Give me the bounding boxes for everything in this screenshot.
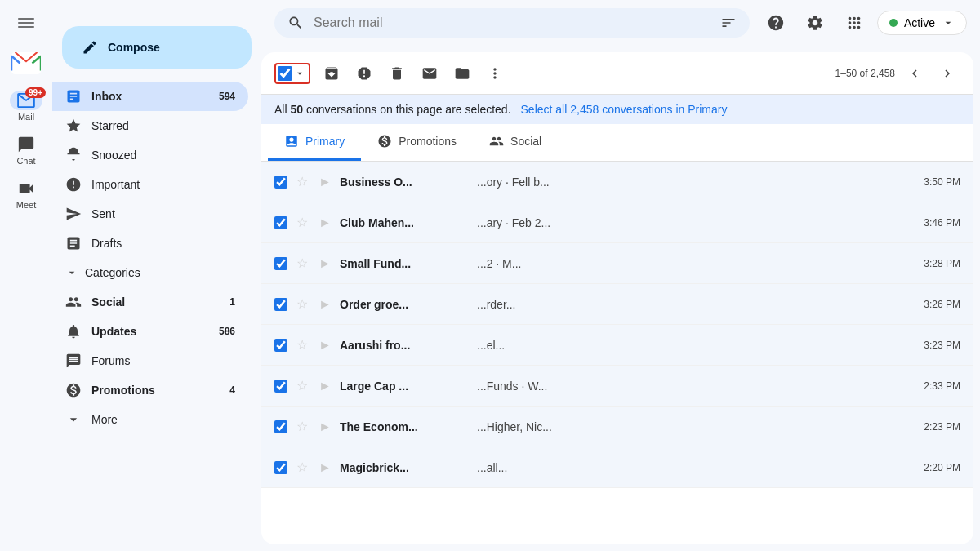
important-button[interactable]: ► [317, 296, 333, 313]
select-all-link[interactable]: Select all 2,458 conversations in Primar… [521, 103, 728, 116]
star-button[interactable]: ☆ [294, 378, 310, 394]
compose-button[interactable]: Compose [62, 26, 252, 69]
categories-header[interactable]: Categories [52, 258, 261, 287]
mail-nav-item[interactable]: 99+ Mail [0, 84, 52, 128]
email-checkbox[interactable] [274, 298, 287, 311]
search-box[interactable] [274, 8, 750, 38]
star-button[interactable]: ☆ [294, 256, 310, 272]
svg-rect-1 [18, 22, 34, 24]
sidebar: Compose Inbox 594 Starred Snoozed Import… [52, 0, 261, 551]
search-options-icon[interactable] [720, 15, 737, 31]
sidebar-item-forums[interactable]: Forums [52, 346, 248, 375]
active-dropdown-icon [942, 16, 955, 29]
select-all-checkbox[interactable] [278, 66, 292, 81]
sidebar-item-drafts[interactable]: Drafts [52, 229, 248, 258]
star-button[interactable]: ☆ [294, 460, 310, 476]
more-options-button[interactable] [480, 59, 510, 88]
email-subject: ...el... [477, 339, 917, 352]
email-sender: Magicbrick... [340, 461, 470, 474]
meet-nav-item[interactable]: Meet [0, 172, 52, 216]
next-page-button[interactable] [934, 60, 960, 87]
email-sender: Aarushi fro... [340, 339, 470, 352]
left-icon-nav: 99+ Mail Chat Meet [0, 0, 52, 551]
checkbox-dropdown[interactable] [278, 66, 307, 81]
apps-button[interactable] [838, 7, 871, 39]
email-sender: Small Fund... [340, 257, 470, 270]
primary-tab-icon [284, 134, 299, 149]
mail-label: Mail [18, 112, 34, 122]
top-right-actions: Active [760, 7, 967, 39]
email-toolbar: 1–50 of 2,458 [261, 52, 973, 95]
important-button[interactable]: ► [317, 337, 333, 353]
table-row[interactable]: ☆ ► Aarushi fro... ...el... 3:23 PM [261, 325, 973, 366]
important-button[interactable]: ► [317, 215, 333, 231]
email-checkbox[interactable] [274, 420, 287, 433]
sidebar-item-inbox[interactable]: Inbox 594 [52, 82, 248, 111]
search-input[interactable] [314, 16, 710, 30]
email-sender: The Econom... [340, 420, 470, 433]
sidebar-item-social[interactable]: Social 1 [52, 287, 248, 317]
more-label: More [91, 413, 235, 426]
checkbox-dropdown-arrow[interactable] [292, 66, 307, 81]
star-button[interactable]: ☆ [294, 337, 310, 353]
hamburger-menu-button[interactable] [0, 7, 52, 39]
move-to-button[interactable] [448, 59, 477, 88]
active-status-badge[interactable]: Active [877, 11, 967, 35]
selected-count: 50 [290, 103, 303, 116]
email-subject: ...ory · Fell b... [477, 176, 917, 189]
starred-label: Starred [91, 119, 235, 132]
tab-social[interactable]: Social [473, 124, 558, 161]
sidebar-item-more[interactable]: More [52, 405, 248, 434]
report-spam-button[interactable] [350, 59, 379, 88]
email-checkbox[interactable] [274, 216, 287, 229]
email-checkbox[interactable] [274, 257, 287, 270]
archive-button[interactable] [317, 59, 346, 88]
star-button[interactable]: ☆ [294, 174, 310, 190]
table-row[interactable]: ☆ ► Order groe... ...rder... 3:26 PM [261, 284, 973, 325]
email-checkbox[interactable] [274, 339, 287, 352]
table-row[interactable]: ☆ ► Club Mahen... ...ary · Feb 2... 3:46… [261, 202, 973, 243]
email-checkbox[interactable] [274, 176, 287, 189]
help-button[interactable] [760, 7, 792, 39]
star-button[interactable]: ☆ [294, 419, 310, 435]
svg-rect-0 [18, 18, 34, 20]
updates-count: 586 [219, 326, 235, 337]
prev-page-button[interactable] [902, 60, 928, 87]
email-list: ☆ ► Business O... ...ory · Fell b... 3:5… [261, 162, 973, 544]
important-button[interactable]: ► [317, 256, 333, 272]
sidebar-item-snoozed[interactable]: Snoozed [52, 140, 248, 170]
email-subject: ...ary · Feb 2... [477, 216, 917, 229]
important-button[interactable]: ► [317, 378, 333, 394]
select-all-checkbox-wrapper[interactable] [274, 63, 310, 84]
sidebar-item-starred[interactable]: Starred [52, 111, 248, 140]
email-time: 3:23 PM [924, 340, 960, 351]
social-count: 1 [229, 296, 235, 308]
email-subject: ...Higher, Nic... [477, 420, 917, 433]
table-row[interactable]: ☆ ► Small Fund... ...2 · M... 3:28 PM [261, 243, 973, 284]
email-checkbox[interactable] [274, 380, 287, 393]
important-button[interactable]: ► [317, 419, 333, 435]
settings-button[interactable] [799, 7, 831, 39]
chat-nav-item[interactable]: Chat [0, 128, 52, 172]
email-tabs: Primary Promotions Social [261, 124, 973, 162]
table-row[interactable]: ☆ ► Large Cap ... ...Funds · W... 2:33 P… [261, 366, 973, 407]
sidebar-item-sent[interactable]: Sent [52, 199, 248, 229]
sidebar-item-promotions[interactable]: Promotions 4 [52, 375, 248, 405]
table-row[interactable]: ☆ ► Business O... ...ory · Fell b... 3:5… [261, 162, 973, 202]
mark-unread-button[interactable] [415, 59, 444, 88]
table-row[interactable]: ☆ ► Magicbrick... ...all... 2:20 PM [261, 447, 973, 488]
delete-button[interactable] [382, 59, 412, 88]
tab-primary[interactable]: Primary [268, 124, 361, 161]
sidebar-item-updates[interactable]: Updates 586 [52, 317, 248, 346]
sidebar-item-important[interactable]: Important [52, 170, 248, 199]
important-button[interactable]: ► [317, 460, 333, 476]
email-time: 2:23 PM [924, 421, 960, 433]
promotions-tab-label: Promotions [399, 135, 457, 148]
primary-tab-label: Primary [305, 135, 345, 148]
important-button[interactable]: ► [317, 174, 333, 190]
email-checkbox[interactable] [274, 461, 287, 474]
star-button[interactable]: ☆ [294, 215, 310, 231]
tab-promotions[interactable]: Promotions [361, 124, 473, 161]
star-button[interactable]: ☆ [294, 296, 310, 313]
table-row[interactable]: ☆ ► The Econom... ...Higher, Nic... 2:23… [261, 407, 973, 447]
